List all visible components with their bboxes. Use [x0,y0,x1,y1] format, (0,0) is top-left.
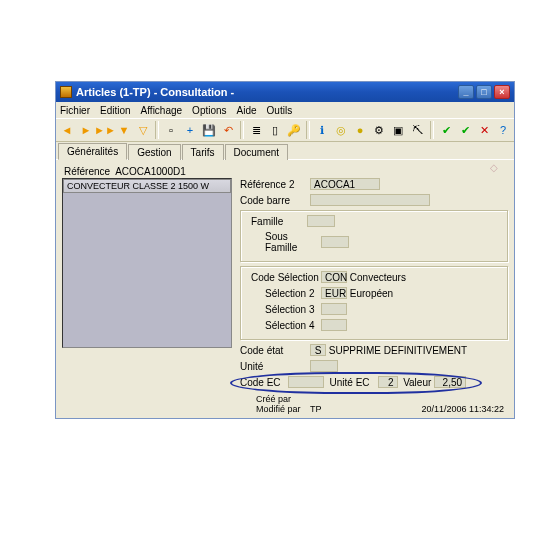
sel2-text: Européen [350,288,393,299]
list-item[interactable]: CONVECTEUR CLASSE 2 1500 W [63,179,231,193]
menu-options[interactable]: Options [192,105,226,116]
app-window: Articles (1-TP) - Consultation - _ □ × F… [55,81,515,419]
createdby-label: Créé par [256,394,310,404]
minimize-button[interactable]: _ [458,85,474,99]
uniteec-field[interactable]: 2 [378,376,398,388]
tab-generalites[interactable]: Généralités [58,143,127,160]
codeec-label: Code EC [240,377,288,388]
edit-icon[interactable]: ▯ [266,121,284,139]
reference-label: Référence [64,166,110,177]
nav-last-icon[interactable]: ▼ [115,121,133,139]
article-list[interactable]: CONVECTEUR CLASSE 2 1500 W [62,178,232,348]
tab-gestion[interactable]: Gestion [128,144,180,160]
undo-icon[interactable]: ↶ [219,121,237,139]
save-icon[interactable]: 💾 [200,121,218,139]
ref2-field[interactable]: ACOCA1 [310,178,380,190]
app-icon [60,86,72,98]
codebarre-field[interactable] [310,194,430,206]
sel3-label: Sélection 3 [265,304,321,315]
info-icon[interactable]: ℹ [313,121,331,139]
menu-outils[interactable]: Outils [267,105,293,116]
menu-affichage[interactable]: Affichage [141,105,183,116]
menu-edition[interactable]: Edition [100,105,131,116]
valeur-field[interactable]: 2,50 [434,376,466,388]
eraser-icon[interactable]: ◇ [490,162,504,174]
tab-tarifs[interactable]: Tarifs [182,144,224,160]
nav-next-icon[interactable]: ►► [96,121,114,139]
modifiedby-user: TP [310,404,322,414]
nav-prev-icon[interactable]: ► [77,121,95,139]
sel3-field[interactable] [321,303,347,315]
valeur-label: Valeur [403,377,431,388]
codesel-text: Convecteurs [350,272,406,283]
window-title: Articles (1-TP) - Consultation - [76,86,234,98]
modifiedby-label: Modifié par [256,404,310,414]
codesel-label: Code Sélection [251,272,321,283]
funnel-icon[interactable]: ▽ [134,121,152,139]
gear-icon[interactable]: ⚙ [370,121,388,139]
tool-icon[interactable]: ⛏ [408,121,426,139]
menubar: Fichier Edition Affichage Options Aide O… [56,102,514,118]
sel2-label: Sélection 2 [265,288,321,299]
audit-footer: Créé par Modifié par TP 20/11/2006 11:34… [256,394,504,414]
details-pane: Référence 2 ACOCA1 Code barre Famille So… [240,178,508,392]
close-button[interactable]: × [494,85,510,99]
key-icon[interactable]: 🔑 [285,121,303,139]
reference-row: Référence ACOCA1000D1 ◇ [64,166,508,177]
famille-label: Famille [251,216,307,227]
uniteec-label: Unité EC [330,377,378,388]
client-area: Référence ACOCA1000D1 ◇ CONVECTEUR CLASS… [56,160,514,418]
sousfamille-label: Sous Famille [265,231,321,253]
codeetat-code-field[interactable]: S [310,344,326,356]
ref2-label: Référence 2 [240,179,310,190]
codeec-field[interactable] [288,376,324,388]
sousfamille-field[interactable] [321,236,349,248]
selection-group: Code Sélection CON Convecteurs Sélection… [240,266,508,340]
plus-icon[interactable]: + [181,121,199,139]
reference-value: ACOCA1000D1 [115,166,186,177]
coin-icon[interactable]: ◎ [332,121,350,139]
ok-icon[interactable]: ✔ [437,121,455,139]
ball-icon[interactable]: ● [351,121,369,139]
menu-aide[interactable]: Aide [237,105,257,116]
famille-field[interactable] [307,215,335,227]
ok2-icon[interactable]: ✔ [456,121,474,139]
unite-label: Unité [240,361,310,372]
titlebar: Articles (1-TP) - Consultation - _ □ × [56,82,514,102]
sel2-code-field[interactable]: EUR [321,287,347,299]
package-icon[interactable]: ▣ [389,121,407,139]
codeetat-label: Code état [240,345,310,356]
tabstrip: Généralités Gestion Tarifs Document [56,142,514,160]
help-icon[interactable]: ? [494,121,512,139]
sel4-label: Sélection 4 [265,320,321,331]
sel4-field[interactable] [321,319,347,331]
list-icon[interactable]: ≣ [247,121,265,139]
nav-first-icon[interactable]: ◄ [58,121,76,139]
toolbar: ◄ ► ►► ▼ ▽ ▫ + 💾 ↶ ≣ ▯ 🔑 ℹ ◎ ● ⚙ ▣ ⛏ ✔ ✔… [56,118,514,142]
new-icon[interactable]: ▫ [162,121,180,139]
cancel-icon[interactable]: ✕ [475,121,493,139]
famille-group: Famille Sous Famille [240,210,508,262]
timestamp: 20/11/2006 11:34:22 [421,404,504,414]
menu-fichier[interactable]: Fichier [60,105,90,116]
codesel-code-field[interactable]: CON [321,271,347,283]
maximize-button[interactable]: □ [476,85,492,99]
codebarre-label: Code barre [240,195,310,206]
tab-document[interactable]: Document [225,144,289,160]
unite-field[interactable] [310,360,338,372]
codeetat-text: SUPPRIME DEFINITIVEMENT [329,345,467,356]
